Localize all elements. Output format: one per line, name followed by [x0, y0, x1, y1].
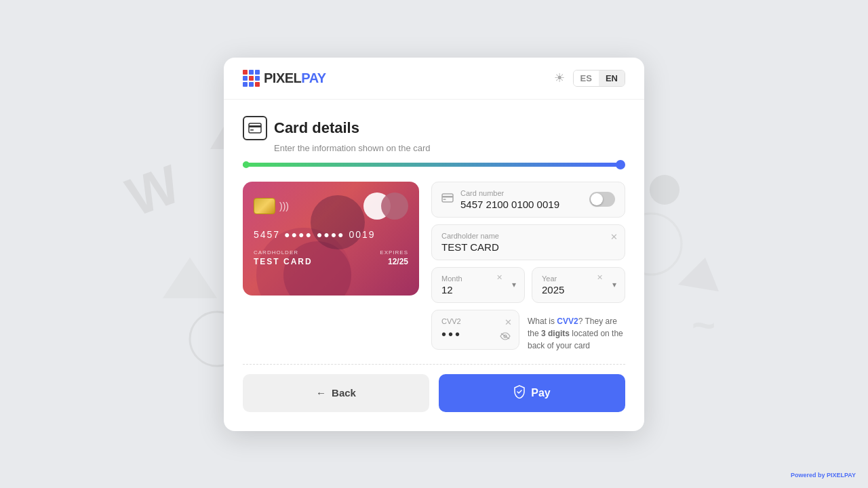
svg-rect-8 — [249, 123, 261, 133]
svg-text:~: ~ — [692, 302, 715, 348]
month-label: Month — [441, 274, 515, 283]
svg-point-4 — [650, 175, 679, 205]
month-value: 12 — [441, 284, 515, 296]
cvv-info: What is CVV2? They are the 3 digits loca… — [528, 310, 625, 352]
logo-dot — [255, 76, 260, 81]
button-row: ← Back Pay — [243, 374, 625, 412]
card-num-row: Card number 5457 2100 0100 0019 — [441, 189, 615, 210]
pay-button[interactable]: Pay — [439, 374, 625, 412]
back-button-label: Back — [332, 387, 356, 399]
month-close-icon[interactable]: ✕ — [496, 273, 502, 282]
main-content: ))) 5457 ●●●● ●●●● 0019 CARDHOLDER TEST … — [243, 182, 625, 352]
card-number-display: 5457 ●●●● ●●●● 0019 — [254, 229, 408, 240]
cvv-info-what: What is — [528, 317, 557, 326]
card-num-text: Card number 5457 2100 0100 0019 — [460, 189, 583, 210]
logo-dot — [255, 70, 260, 75]
cvv-info-bold: 3 digits — [541, 329, 570, 338]
modal-body: Card details Enter the information shown… — [224, 100, 644, 431]
svg-rect-10 — [250, 129, 254, 131]
mc-right-circle — [381, 192, 408, 220]
year-close-icon[interactable]: ✕ — [597, 273, 603, 282]
page-title: Card details — [274, 119, 359, 137]
credit-card-visual: ))) 5457 ●●●● ●●●● 0019 CARDHOLDER TEST … — [243, 182, 419, 296]
powered-by: Powered by PIXELPAY — [791, 472, 856, 479]
cvv-visibility-icon[interactable] — [500, 331, 511, 342]
lang-switcher: ES EN — [573, 70, 625, 87]
section-title: Card details — [243, 116, 625, 140]
card-number-value: 5457 2100 0100 0019 — [460, 199, 583, 210]
card-bottom: CARDHOLDER TEST CARD EXPIRES 12/25 — [254, 249, 408, 266]
svg-text:W: W — [119, 153, 188, 228]
cardholder-field[interactable]: ✕ Cardholder name TEST CARD — [431, 224, 625, 260]
lang-en-button[interactable]: EN — [599, 70, 625, 86]
svg-marker-1 — [163, 258, 217, 298]
powered-brand: PIXELPAY — [827, 472, 856, 479]
toggle-knob — [591, 193, 603, 205]
card-number-label: Card number — [460, 189, 583, 197]
card-number-field[interactable]: Card number 5457 2100 0100 0019 — [431, 182, 625, 218]
card-field-icon — [441, 193, 454, 205]
logo-text: PIXELPAY — [264, 70, 326, 86]
progress-dot-start — [243, 161, 250, 168]
svg-rect-13 — [443, 199, 446, 201]
cvv-label: CVV2 — [441, 317, 509, 325]
cvv-value: ••• — [441, 327, 509, 342]
year-chevron-icon: ▾ — [612, 280, 616, 289]
logo-dot — [255, 82, 260, 87]
back-arrow-icon: ← — [316, 387, 326, 399]
cardholder-section: CARDHOLDER TEST CARD — [254, 249, 313, 266]
progress-fill — [243, 163, 618, 167]
mastercard-logo — [363, 192, 408, 220]
modal-header: PIXELPAY ☀ ES EN — [224, 58, 644, 100]
card-toggle-switch[interactable] — [589, 192, 615, 207]
pay-shield-icon — [513, 385, 526, 401]
expires-section: EXPIRES 12/25 — [380, 249, 408, 266]
powered-text: Powered by — [791, 472, 825, 479]
logo: PIXELPAY — [243, 70, 326, 87]
card-chip — [254, 198, 275, 214]
progress-bar — [243, 163, 625, 167]
cvv-close-icon[interactable]: ✕ — [505, 317, 512, 327]
logo-dot — [249, 76, 254, 81]
contactless-icon: ))) — [279, 201, 289, 211]
form-fields: Card number 5457 2100 0100 0019 ✕ Cardho… — [431, 182, 625, 352]
logo-dot — [249, 70, 254, 75]
logo-dot — [243, 70, 248, 75]
cardholder-close-icon[interactable]: ✕ — [610, 232, 618, 242]
svg-rect-11 — [442, 194, 453, 202]
progress-dot-end — [616, 160, 625, 169]
cardholder-label: CARDHOLDER — [254, 249, 313, 256]
expires-value: 12/25 — [380, 257, 408, 266]
card-top: ))) — [254, 192, 408, 220]
month-year-row: ✕ Month 12 ▾ ✕ Year 2025 ▾ — [431, 267, 625, 303]
theme-toggle-icon[interactable]: ☀ — [554, 70, 565, 85]
lang-es-button[interactable]: ES — [574, 70, 599, 86]
cvv-info-highlight: CVV2 — [557, 317, 578, 326]
back-button[interactable]: ← Back — [243, 374, 429, 412]
logo-dot — [249, 82, 254, 87]
svg-rect-12 — [442, 196, 453, 198]
section-divider — [243, 364, 625, 365]
header-right: ☀ ES EN — [554, 70, 625, 87]
cvv-field[interactable]: ✕ CVV2 ••• — [431, 310, 519, 350]
svg-marker-5 — [678, 258, 719, 291]
cardholder-value: TEST CARD — [254, 257, 313, 266]
cardholder-name-label: Cardholder name — [441, 232, 615, 240]
cvv-row: ✕ CVV2 ••• What is CVV2? They are t — [431, 310, 625, 352]
page-subtitle: Enter the information shown on the card — [274, 143, 625, 153]
year-label: Year — [542, 274, 615, 283]
year-select[interactable]: ✕ Year 2025 ▾ — [532, 267, 625, 303]
logo-dot — [243, 82, 248, 87]
month-select[interactable]: ✕ Month 12 ▾ — [431, 267, 525, 303]
logo-grid — [243, 70, 260, 87]
expires-label: EXPIRES — [380, 249, 408, 256]
logo-dot — [243, 76, 248, 81]
payment-modal: PIXELPAY ☀ ES EN Card details Enter the … — [224, 58, 644, 431]
chip-area: ))) — [254, 198, 289, 214]
svg-rect-9 — [249, 125, 261, 127]
year-value: 2025 — [542, 284, 615, 296]
pay-button-label: Pay — [531, 387, 550, 399]
card-details-icon — [243, 116, 267, 140]
cardholder-name-value: TEST CARD — [441, 241, 615, 253]
month-chevron-icon: ▾ — [512, 280, 516, 289]
